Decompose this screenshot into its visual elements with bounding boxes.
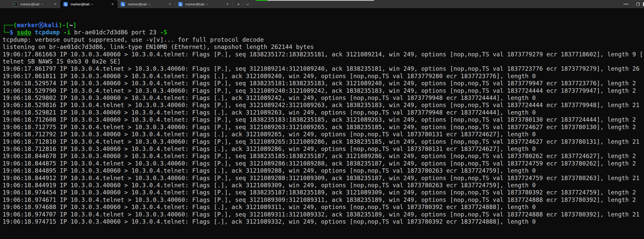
restore-icon (636, 3, 640, 6)
terminal-row: 19:06:18.712792 IP 10.3.0.3.40060 > 10.3… (3, 131, 644, 138)
titlebar[interactable]: marker@kali: ~ ✕ marker@kali: ~ ✕ marker… (0, 0, 644, 8)
maximize-restore-button[interactable] (632, 0, 644, 8)
terminal-row: 19:06:18.529790 IP 10.3.0.4.telnet > 10.… (3, 87, 644, 94)
terminal-row: 19:06:17.861811 IP 10.3.0.3.40060 > 10.3… (3, 72, 644, 80)
tab-marker-kali-1[interactable]: marker@kali: ~ ✕ (10, 0, 60, 8)
tab-dropdown-button[interactable] (243, 0, 252, 8)
powershell-icon (63, 2, 68, 6)
terminal-row: 19:06:18.974715 IP 10.3.0.3.40060 > 10.3… (3, 218, 644, 225)
terminal-row: 19:06:17.861797 IP 10.3.0.4.telnet > 10.… (3, 65, 644, 72)
terminal-row: 19:06:18.844919 IP 10.3.0.3.40060 > 10.3… (3, 182, 644, 189)
titlebar-left-padding (0, 0, 10, 8)
progress-strip-done (256, 0, 267, 1)
terminal-row: 19:06:18.844678 IP 10.3.0.3.40060 > 10.3… (3, 152, 644, 160)
terminal-output[interactable]: ┌──(markerⓀkali)-[~]└─$ sudo tcpdump -i … (0, 8, 644, 239)
terminal-row: 19:06:18.974671 IP 10.3.0.4.telnet > 10.… (3, 196, 644, 203)
tab-title: marker@kali: ~ (20, 2, 51, 6)
terminal-row: 19:06:18.844895 IP 10.3.0.3.40060 > 10.3… (3, 167, 644, 174)
bash-terminal-icon (13, 2, 18, 6)
terminal-row: └─$ sudo tcpdump -i br-ae01dc7d3d86 port… (3, 29, 644, 36)
new-tab-button[interactable]: + (234, 0, 243, 8)
terminal-row: 19:06:18.529574 IP 10.3.0.3.40060 > 10.3… (3, 80, 644, 87)
terminal-row: listening on br-ae01dc7d3d86, link-type … (3, 43, 644, 50)
terminal-row: 19:06:18.529821 IP 10.3.0.3.40060 > 10.3… (3, 109, 644, 116)
progress-strip (256, 0, 374, 1)
minimize-icon (624, 4, 628, 4)
tab-marker-kali-3[interactable]: marker@kali: ~ ✕ (118, 0, 175, 8)
terminal-row: 19:06:18.974454 IP 10.3.0.3.40060 > 10.3… (3, 189, 644, 196)
terminal-row: 19:06:18.529816 IP 10.3.0.4.telnet > 10.… (3, 101, 644, 109)
terminal-row: 19:06:18.974688 IP 10.3.0.3.40060 > 10.3… (3, 203, 644, 211)
tab-close-button[interactable]: ✕ (225, 2, 229, 6)
terminal-row: 19:06:18.844912 IP 10.3.0.4.telnet > 10.… (3, 174, 644, 182)
powershell-icon (178, 2, 183, 6)
tab-close-button[interactable]: ✕ (111, 2, 115, 6)
terminal-row: 19:06:18.974707 IP 10.3.0.4.telnet > 10.… (3, 211, 644, 218)
tab-close-button[interactable]: ✕ (168, 2, 172, 6)
terminal-row: 19:06:18.712775 IP 10.3.0.4.telnet > 10.… (3, 123, 644, 131)
tab-title: marker@kali: ~ (185, 2, 223, 6)
terminal-row: 19:06:18.712816 IP 10.3.0.3.40060 > 10.3… (3, 145, 644, 152)
tab-title: marker@kali: ~ (71, 2, 108, 6)
terminal-row: telnet SB NAWS IS 0xb3 0 0x2e SE] (3, 58, 644, 65)
window-controls (620, 0, 644, 8)
terminal-row: tcpdump: verbose output suppressed, use … (3, 36, 644, 43)
minimize-button[interactable] (620, 0, 632, 8)
terminal-row: 19:06:18.712810 IP 10.3.0.4.telnet > 10.… (3, 138, 644, 145)
tab-marker-kali-2-active[interactable]: marker@kali: ~ ✕ (60, 0, 118, 8)
chevron-down-icon (246, 2, 249, 5)
terminal-row: 19:06:18.529802 IP 10.3.0.3.40060 > 10.3… (3, 94, 644, 101)
tab-close-button[interactable]: ✕ (53, 2, 57, 6)
terminal-row: 19:06:18.712608 IP 10.3.0.3.40060 > 10.3… (3, 116, 644, 123)
new-tab-plus-icon: + (237, 2, 240, 6)
tab-title: marker@kali: ~ (128, 2, 165, 6)
terminal-row: ┌──(markerⓀkali)-[~] (3, 22, 644, 29)
terminal-row: 19:06:17.861663 IP 10.3.0.3.40060 > 10.3… (3, 51, 644, 58)
tab-marker-kali-4[interactable]: marker@kali: ~ ✕ (175, 0, 232, 8)
close-button-partial[interactable] (643, 2, 644, 6)
powershell-icon (121, 2, 125, 6)
terminal-row: 19:06:18.844875 IP 10.3.0.4.telnet > 10.… (3, 160, 644, 167)
